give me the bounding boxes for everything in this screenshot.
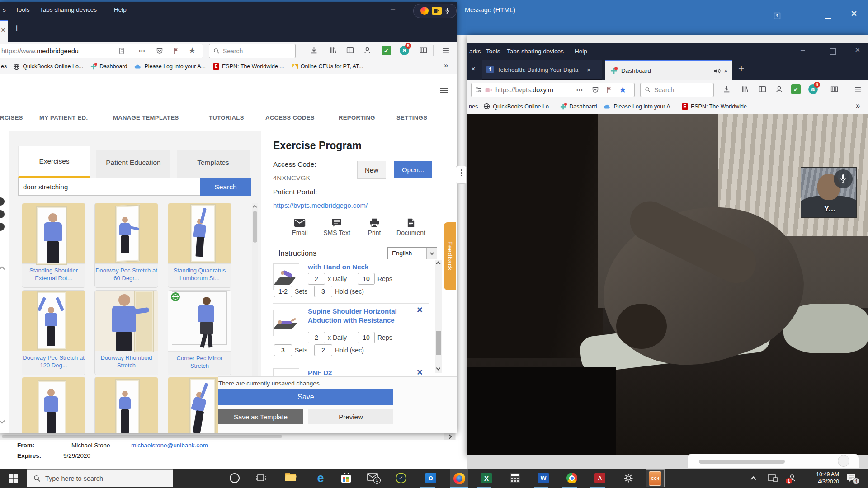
window-close-button[interactable]: ×: [855, 45, 860, 55]
flag-icon[interactable]: [605, 86, 613, 94]
new-tab-button[interactable]: +: [738, 63, 744, 75]
open-program-button[interactable]: Open...: [394, 161, 432, 178]
exercise-card[interactable]: Standing Quadratus Lumborum St...: [168, 203, 231, 288]
frequency-input[interactable]: 2: [308, 273, 325, 285]
exercise-card[interactable]: Doorway Pec Stretch at 120 Deg...: [22, 290, 85, 375]
active-tab-fragment[interactable]: ×: [0, 20, 8, 43]
call-control-bar[interactable]: [687, 454, 859, 468]
bookmark-star-icon[interactable]: ★: [619, 84, 627, 95]
tray-people-icon[interactable]: 1: [788, 474, 797, 483]
file-explorer-icon[interactable]: [285, 473, 296, 481]
search-box[interactable]: Search: [209, 44, 296, 58]
download-icon[interactable]: [310, 47, 318, 54]
hold-input[interactable]: 3: [314, 286, 332, 297]
bookmark-dashboard[interactable]: Dashboard: [560, 103, 597, 110]
scroll-up-icon[interactable]: [253, 205, 257, 210]
sets-input[interactable]: 1-2: [274, 286, 292, 297]
outlook-minimize-button[interactable]: –: [798, 8, 803, 19]
tab-audio-icon[interactable]: [714, 68, 721, 74]
tray-display-icon[interactable]: [768, 474, 778, 482]
print-action-button[interactable]: Print: [361, 218, 387, 236]
menu-help[interactable]: Help: [114, 6, 127, 13]
profile-icon[interactable]: [363, 47, 371, 54]
scroll-up-icon[interactable]: [0, 266, 5, 272]
outlook-close-button[interactable]: ×: [851, 7, 857, 20]
reps-input[interactable]: 10: [358, 273, 375, 285]
ribbon-display-options-icon[interactable]: [771, 11, 783, 21]
control-pill[interactable]: [699, 460, 785, 464]
tab-close-icon[interactable]: ×: [1, 26, 5, 35]
cc4-taskbar-tile[interactable]: CC4: [646, 469, 665, 487]
instruction-thumbnail[interactable]: [273, 310, 299, 336]
feedback-tab[interactable]: Feedback: [444, 222, 456, 290]
tab-dashboard-active[interactable]: Dashboard ×: [605, 60, 732, 80]
bookmark-dashboard[interactable]: Dashboard: [90, 63, 127, 70]
library-icon[interactable]: [741, 85, 749, 93]
menu-tabs-sharing-devices[interactable]: Tabs sharing devices: [507, 48, 564, 55]
hamburger-menu-icon[interactable]: [854, 85, 862, 93]
urlbar[interactable]: https://bvpts.doxy.m ••• ★: [471, 83, 635, 97]
task-view-button[interactable]: [256, 474, 266, 483]
pocket-icon[interactable]: [156, 47, 163, 55]
profile-icon[interactable]: [775, 85, 783, 93]
window-minimize-button[interactable]: –: [801, 46, 805, 55]
menu-tools[interactable]: Tools: [486, 48, 500, 55]
page-menu-icon[interactable]: [440, 86, 448, 94]
bookmark-espn[interactable]: E ESPN: The Worldwide ...: [682, 103, 753, 110]
tab-templates[interactable]: Templates: [177, 150, 250, 178]
bookmark-espn[interactable]: E ESPN: The Worldwide ...: [213, 63, 284, 70]
window-restore-button[interactable]: [830, 48, 836, 55]
document-action-button[interactable]: Document: [392, 218, 430, 236]
tab-patient-education[interactable]: Patient Education: [96, 150, 170, 178]
todo-icon[interactable]: ✓: [396, 473, 406, 483]
new-tab-button[interactable]: +: [14, 22, 20, 34]
sidebar-icon[interactable]: [759, 85, 766, 93]
menu-help[interactable]: Help: [575, 48, 587, 55]
tab-exercises[interactable]: Exercises: [18, 146, 90, 178]
chrome-icon[interactable]: [566, 473, 577, 483]
excel-icon[interactable]: X: [481, 473, 492, 483]
new-program-button[interactable]: New: [357, 161, 386, 179]
taskbar-search-box[interactable]: Type here to search: [27, 469, 173, 487]
tab-telehealth[interactable]: f Telehealth: Building Your Digita ×: [482, 60, 602, 80]
horizontal-scrollbar[interactable]: [0, 433, 456, 440]
honey-extension-icon[interactable]: a6: [400, 46, 409, 55]
outlook-icon[interactable]: o: [425, 473, 436, 483]
tray-clock[interactable]: 10:49 AM 4/3/2020: [807, 471, 839, 485]
bookmark-quickbooks[interactable]: QuickBooks Online Lo...: [13, 63, 83, 70]
exercise-search-button[interactable]: Search: [200, 178, 251, 196]
settings-gear-icon[interactable]: [623, 473, 634, 483]
instruction-title-fragment[interactable]: PNF D2: [308, 368, 407, 375]
sidebar-icon[interactable]: [346, 47, 354, 54]
exercise-search-input[interactable]: [18, 178, 201, 196]
scrollbar-thumb[interactable]: [2, 435, 282, 438]
page-actions-icon[interactable]: •••: [576, 87, 583, 93]
tab-close-icon[interactable]: ×: [471, 65, 476, 74]
frequency-input[interactable]: 2: [308, 332, 325, 343]
sms-action-button[interactable]: SMS Text: [321, 218, 352, 236]
download-icon[interactable]: [723, 85, 731, 93]
mail-icon[interactable]: 1: [367, 473, 378, 481]
save-button[interactable]: Save: [218, 389, 393, 405]
bookmark-please-log-in[interactable]: Please Log into your A...: [604, 103, 675, 110]
nav-reporting[interactable]: REPORTING: [339, 114, 375, 121]
instruction-thumbnail[interactable]: [273, 368, 299, 376]
remove-item-icon[interactable]: ×: [417, 304, 423, 316]
action-center-icon[interactable]: 4: [846, 473, 858, 484]
bookmarks-overflow-button[interactable]: »: [856, 101, 860, 110]
honey-extension-icon[interactable]: a6: [808, 84, 818, 94]
scroll-up-icon[interactable]: [436, 262, 441, 266]
library-icon[interactable]: [329, 47, 337, 54]
exercise-card[interactable]: Corner Pec Minor Stretch: [168, 290, 231, 375]
camera-permission-icon[interactable]: [485, 88, 492, 93]
acrobat-icon[interactable]: A: [594, 473, 605, 483]
flag-icon[interactable]: [172, 47, 179, 55]
firefox-taskbar-tile[interactable]: [450, 469, 468, 488]
calculator-icon[interactable]: [510, 473, 520, 483]
sets-input[interactable]: 3: [274, 344, 292, 356]
control-circle[interactable]: [838, 455, 849, 467]
instruction-scrollbar[interactable]: [435, 260, 442, 373]
bookmarks-overflow-button[interactable]: »: [444, 61, 448, 70]
grid-extension-icon[interactable]: [420, 47, 427, 54]
instruction-title[interactable]: with Hand on Neck: [308, 263, 368, 272]
